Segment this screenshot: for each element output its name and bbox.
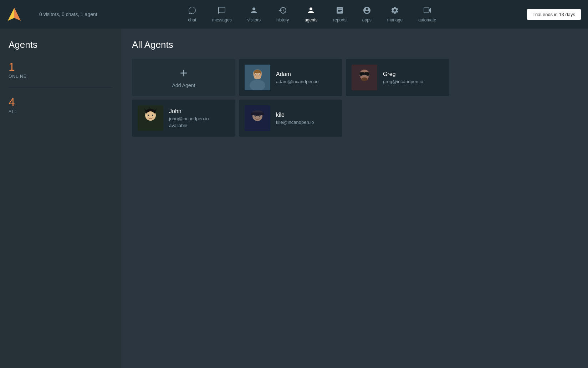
app-logo bbox=[7, 7, 21, 21]
nav-item-apps[interactable]: apps bbox=[354, 0, 379, 29]
svg-marker-1 bbox=[14, 8, 21, 21]
sidebar: Agents 1 ONLINE 4 ALL bbox=[0, 29, 121, 368]
agents-icon bbox=[307, 6, 315, 16]
apps-label: apps bbox=[362, 17, 372, 22]
all-label: ALL bbox=[9, 109, 112, 114]
add-agent-card[interactable]: + Add Agent bbox=[132, 59, 235, 96]
svg-point-37 bbox=[255, 115, 256, 117]
agents-grid: + Add Agent bbox=[132, 59, 577, 137]
agent-card-greg[interactable]: Greg greg@incandpen.io bbox=[346, 59, 449, 96]
svg-rect-10 bbox=[254, 73, 261, 79]
add-agent-label: Add Agent bbox=[172, 82, 195, 88]
visitors-label: visitors bbox=[247, 17, 261, 22]
svg-point-31 bbox=[148, 115, 149, 116]
kile-name: kile bbox=[276, 112, 314, 118]
nav-item-messages[interactable]: messages bbox=[204, 0, 240, 29]
john-details: John john@incandpen.io available bbox=[169, 108, 209, 128]
agents-label: agents bbox=[305, 17, 317, 22]
logo-area bbox=[7, 7, 32, 21]
svg-point-32 bbox=[152, 115, 153, 116]
avatar-greg bbox=[352, 65, 377, 90]
nav-item-history[interactable]: history bbox=[269, 0, 297, 29]
content-area: All Agents + Add Agent bbox=[121, 29, 588, 368]
agent-card-kile[interactable]: kile kile@incandpen.io bbox=[239, 100, 342, 137]
john-email: john@incandpen.io bbox=[169, 116, 209, 121]
adam-name: Adam bbox=[276, 71, 318, 77]
page-title: All Agents bbox=[132, 39, 577, 50]
top-nav: 0 visitors, 0 chats, 1 agent chat messag… bbox=[0, 0, 588, 29]
svg-point-13 bbox=[255, 74, 256, 75]
greg-avatar-image bbox=[352, 65, 377, 90]
status-text: 0 visitors, 0 chats, 1 agent bbox=[39, 11, 97, 17]
reports-label: reports bbox=[333, 17, 346, 22]
automate-icon bbox=[423, 6, 431, 16]
chat-icon bbox=[188, 6, 196, 16]
avatar-adam bbox=[245, 65, 270, 90]
john-name: John bbox=[169, 108, 209, 115]
nav-items: chat messages visitors history agents bbox=[97, 0, 527, 29]
history-icon bbox=[278, 6, 287, 16]
svg-point-19 bbox=[364, 72, 369, 75]
sidebar-stat-online: 1 ONLINE bbox=[9, 61, 112, 79]
all-count: 4 bbox=[9, 96, 112, 108]
nav-item-automate[interactable]: automate bbox=[410, 0, 444, 29]
nav-item-agents[interactable]: agents bbox=[297, 0, 325, 29]
svg-point-18 bbox=[359, 72, 364, 75]
john-avatar-image bbox=[138, 105, 163, 131]
nav-item-chat[interactable]: chat bbox=[180, 0, 204, 29]
svg-rect-36 bbox=[251, 112, 264, 115]
agent-card-john[interactable]: John john@incandpen.io available bbox=[132, 100, 235, 137]
svg-point-38 bbox=[259, 115, 260, 117]
visitors-icon bbox=[250, 6, 258, 16]
greg-name: Greg bbox=[383, 71, 423, 77]
avatar-kile bbox=[245, 105, 270, 131]
john-status: available bbox=[169, 123, 209, 128]
svg-point-23 bbox=[361, 77, 368, 81]
history-label: history bbox=[276, 17, 289, 22]
manage-label: manage bbox=[387, 17, 403, 22]
sidebar-title: Agents bbox=[9, 39, 112, 50]
greg-details: Greg greg@incandpen.io bbox=[383, 71, 423, 84]
svg-point-4 bbox=[310, 7, 312, 10]
manage-icon bbox=[390, 6, 399, 16]
online-label: ONLINE bbox=[9, 74, 112, 79]
adam-avatar-image bbox=[245, 65, 270, 90]
svg-point-30 bbox=[146, 111, 155, 121]
chat-label: chat bbox=[188, 17, 196, 22]
online-count: 1 bbox=[9, 61, 112, 72]
kile-email: kile@incandpen.io bbox=[276, 120, 314, 125]
main-layout: Agents 1 ONLINE 4 ALL All Agents + Add A… bbox=[0, 29, 588, 368]
kile-details: kile kile@incandpen.io bbox=[276, 112, 314, 125]
avatar-john bbox=[138, 105, 163, 131]
messages-icon bbox=[218, 6, 226, 16]
trial-badge[interactable]: Trial ends in 13 days bbox=[527, 9, 581, 20]
sidebar-divider bbox=[9, 87, 112, 88]
greg-email: greg@incandpen.io bbox=[383, 79, 423, 84]
nav-item-reports[interactable]: reports bbox=[325, 0, 354, 29]
apps-icon bbox=[363, 6, 371, 16]
nav-item-visitors[interactable]: visitors bbox=[240, 0, 269, 29]
agent-card-adam[interactable]: Adam adam@incandpen.io bbox=[239, 59, 342, 96]
adam-details: Adam adam@incandpen.io bbox=[276, 71, 318, 84]
automate-label: automate bbox=[418, 17, 436, 22]
add-icon: + bbox=[180, 67, 187, 80]
messages-label: messages bbox=[212, 17, 232, 22]
svg-point-14 bbox=[259, 74, 260, 75]
sidebar-stat-all: 4 ALL bbox=[9, 96, 112, 114]
kile-avatar-image bbox=[245, 105, 270, 131]
adam-email: adam@incandpen.io bbox=[276, 79, 318, 84]
svg-point-3 bbox=[252, 7, 255, 10]
reports-icon bbox=[336, 6, 344, 16]
nav-item-manage[interactable]: manage bbox=[379, 0, 410, 29]
